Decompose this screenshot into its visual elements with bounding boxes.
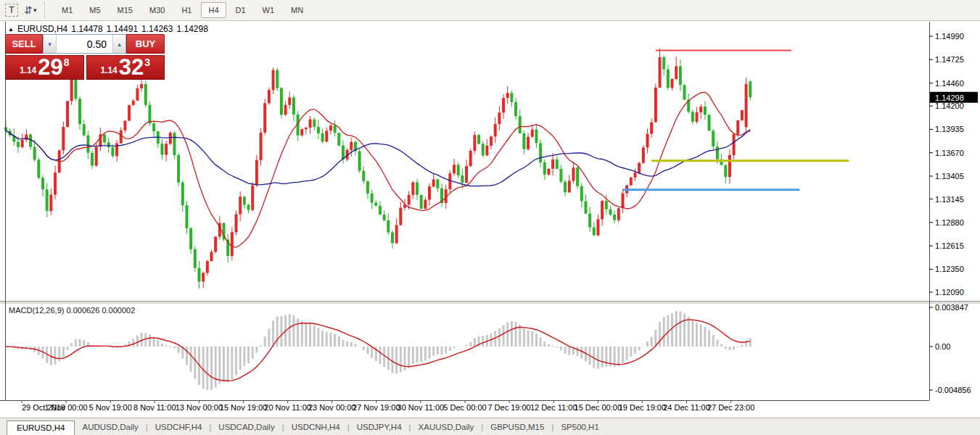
caret-down-icon: ▾ [48,41,52,48]
chart-tab-xauusd[interactable]: XAUUSD,Daily [411,420,482,435]
candle-body [86,136,89,153]
macd-bar [268,328,270,347]
macd-bar [420,347,422,362]
macd-bar [432,347,435,356]
candle-body [49,195,52,211]
macd-bar [683,313,685,347]
text-tool-button[interactable]: T [4,2,20,18]
candle-body [490,136,493,146]
macd-bar [453,347,456,348]
toolbar-separator [44,2,50,18]
quote-high: 1.14491 [107,24,138,34]
macd-bar [474,338,476,347]
chart-tab-usdjpy[interactable]: USDJPY,H4 [350,420,409,435]
candle-body [268,90,271,103]
price-axis-label: 1.14990 [935,32,964,41]
macd-bar [54,347,57,364]
candle-body [539,143,542,162]
candle-body [556,160,559,169]
candle-body [634,173,637,178]
candle-body [436,179,439,188]
timeframe-button-w1[interactable]: W1 [255,2,282,18]
candle-body [696,112,699,122]
macd-bar [62,347,65,357]
candle-body [206,261,209,273]
time-axis-label: 19 Dec 19:00 [619,403,666,412]
collapse-panel-icon[interactable]: ▲ [8,26,14,33]
time-axis-label: 23 Nov 00:00 [308,403,355,412]
macd-bar [194,347,196,378]
macd-bar [651,336,653,347]
candle-body [650,123,653,134]
sell-button[interactable]: SELL [5,34,43,54]
candle-body [321,133,324,142]
candle-body [231,232,234,256]
timeframe-button-mn[interactable]: MN [284,2,310,18]
macd-bar [688,317,690,347]
candle-body [62,127,65,150]
macd-bar [568,347,570,355]
candle-body [37,160,40,178]
candle-body [576,167,579,186]
macd-bar [663,317,665,347]
macd-bar [469,342,472,347]
time-axis-label: 20 Nov 11:00 [264,403,311,412]
candle-body [70,78,73,101]
chart-plot[interactable]: 1.149901.147251.144601.142001.139351.136… [0,21,980,418]
candle-body [601,201,604,219]
macd-bar [329,333,332,347]
candle-body [120,130,123,144]
chart-window: 1.149901.147251.144601.142001.139351.136… [0,21,980,418]
candle-body [659,57,662,88]
candle-body [514,102,517,116]
chart-tab-audusd[interactable]: AUDUSD,Daily [75,420,145,435]
chart-tab-usdcnh[interactable]: USDCNH,H4 [284,420,347,435]
macd-bar [218,347,221,384]
candle-body [177,155,180,183]
buy-price-big: 32 [119,57,144,78]
macd-bar [70,343,73,347]
candle-body [736,120,739,134]
macd-bar [482,336,484,347]
chart-tab-eurusd[interactable]: EURUSD,H4 [7,420,75,435]
time-axis-label: 15 Dec 00:00 [575,403,622,412]
volume-decrease-button[interactable]: ▾ [44,35,57,53]
macd-bar [498,328,501,347]
buy-price-box[interactable]: 1.14 32 3 [86,55,165,80]
macd-bar [642,346,644,347]
candle-body [17,142,20,147]
volume-field[interactable]: 0.50 [57,35,112,53]
quote-low: 1.14263 [141,24,173,34]
macd-bar [527,330,530,347]
candle-body [46,189,49,211]
macd-bar [243,347,245,366]
candle-body [662,57,665,70]
chart-tab-sp500[interactable]: SP500,H1 [553,420,606,435]
macd-bar [264,336,266,347]
volume-increase-button[interactable]: ▴ [112,35,125,53]
timeframe-button-m15[interactable]: M15 [110,2,140,18]
time-axis-label: 27 Nov 19:00 [353,403,400,412]
time-axis-label: 15 Nov 19:00 [220,403,267,412]
macd-bar [630,347,632,357]
arrow-style-button[interactable]: ⇵ ▾ [22,2,38,18]
buy-button[interactable]: BUY [126,34,165,54]
timeframe-button-m5[interactable]: M5 [82,2,107,18]
candle-body [506,93,509,98]
macd-bar [206,347,208,390]
candle-body [502,98,505,112]
caret-up-icon: ▴ [118,41,121,48]
chart-tab-usdchf[interactable]: USDCHF,H4 [148,420,210,435]
chart-tab-usdcad[interactable]: USDCAD,Daily [211,420,281,435]
timeframe-button-m1[interactable]: M1 [54,2,80,18]
timeframe-button-h4[interactable]: H4 [201,2,226,18]
macd-bar [149,334,151,347]
sell-price-box[interactable]: 1.14 29 8 [5,55,84,80]
macd-bar [395,347,398,373]
macd-bar [679,312,681,347]
timeframe-button-m30[interactable]: M30 [142,2,172,18]
chart-tab-gbpusd[interactable]: GBPUSD,M15 [483,420,551,435]
candle-body [292,97,295,115]
timeframe-button-d1[interactable]: D1 [228,2,253,18]
timeframe-button-h1[interactable]: H1 [174,2,199,18]
